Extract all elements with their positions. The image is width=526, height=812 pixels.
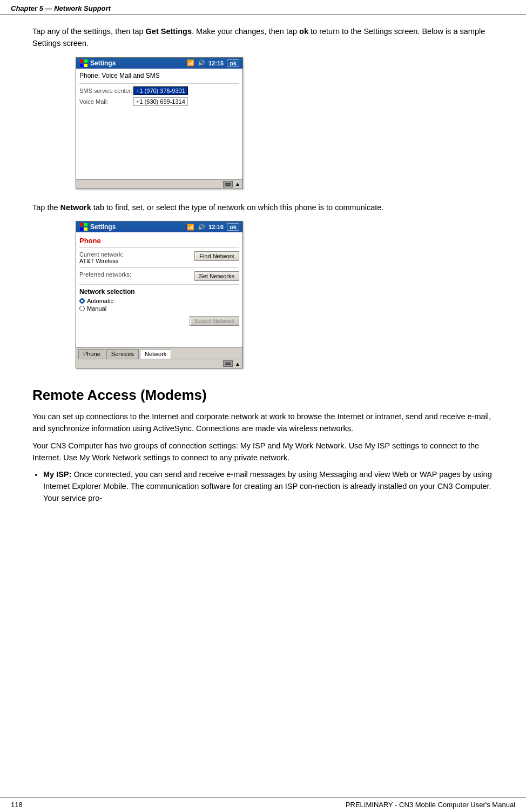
- divider-2: [79, 247, 239, 248]
- current-network-left: Current network: AT&T Wireless: [79, 251, 123, 264]
- manual-radio[interactable]: [79, 306, 85, 311]
- remote-para-1: You can set up connections to the Intern…: [32, 411, 494, 435]
- set-networks-button[interactable]: Set Networks: [194, 271, 239, 281]
- bullet-1-text: Once connected, you can send and receive…: [43, 470, 492, 502]
- preferred-networks-row: Preferred networks: Set Networks: [79, 270, 239, 283]
- screen1-bottom: ⌨ ▲: [76, 179, 242, 189]
- bullet-item-1: My ISP: Once connected, you can send and…: [43, 469, 494, 504]
- select-network-button[interactable]: Select Network: [190, 316, 239, 326]
- windows-logo-icon: [79, 59, 88, 68]
- automatic-radio[interactable]: [79, 298, 85, 304]
- titlebar-title-2: Settings: [90, 223, 116, 231]
- phone-title: Phone: [79, 234, 239, 246]
- middle-bold-network: Network: [60, 203, 91, 212]
- doc-title: PRELIMINARY - CN3 Mobile Computer User's…: [346, 801, 515, 809]
- current-network-row: Current network: AT&T Wireless Find Netw…: [79, 250, 239, 266]
- titlebar-right-2: 📶 🔊 12:16 ok: [187, 223, 239, 231]
- scroll-arrow-1: ▲: [235, 181, 240, 187]
- manual-radio-row: Manual: [79, 305, 239, 312]
- page-header: Chapter 5 — Network Support: [0, 0, 526, 15]
- sound-icon-2: 🔊: [198, 224, 205, 231]
- svg-rect-0: [80, 59, 83, 63]
- tab-phone[interactable]: Phone: [78, 349, 105, 359]
- bullet-1-intro: My ISP:: [43, 470, 73, 479]
- keyboard-icon-2: ⌨: [223, 360, 233, 367]
- network-selection-section: Network selection Automatic Manual: [79, 286, 239, 314]
- svg-rect-2: [80, 64, 83, 67]
- titlebar-title-1: Settings: [90, 59, 116, 67]
- screen1-subtitle: Phone: Voice Mail and SMS: [79, 71, 239, 82]
- svg-rect-3: [84, 64, 87, 67]
- intro-text-1: Tap any of the settings, then tap: [32, 27, 146, 36]
- select-network-row: Select Network: [79, 314, 239, 329]
- page-number: 118: [11, 801, 23, 809]
- screenshot-1: Settings 📶 🔊 12:15 ok Phone: Voice Mail …: [76, 57, 243, 189]
- sms-value: +1 (970) 376-9301: [133, 86, 188, 95]
- current-network-label: Current network:: [79, 251, 123, 258]
- screen-content-1: Phone: Voice Mail and SMS SMS service ce…: [76, 69, 242, 179]
- svg-rect-4: [80, 223, 83, 226]
- middle-text-1: Tap the: [32, 203, 60, 212]
- automatic-label: Automatic: [87, 298, 113, 304]
- titlebar-2: Settings 📶 🔊 12:16 ok: [76, 222, 242, 232]
- ok-button-2[interactable]: ok: [227, 223, 239, 231]
- empty-space-2: [79, 329, 239, 345]
- network-selection-label: Network selection: [79, 288, 239, 296]
- middle-text-1b: tab to find, set, or select the type of …: [91, 203, 384, 212]
- screen1-row-sms: SMS service center: +1 (970) 376-9301: [79, 85, 239, 96]
- automatic-radio-row: Automatic: [79, 297, 239, 305]
- windows-logo-icon-2: [79, 223, 88, 231]
- tab-bar: Phone Services Network: [76, 347, 242, 359]
- empty-space-1: [79, 107, 239, 177]
- bullet-list: My ISP: Once connected, you can send and…: [43, 469, 494, 504]
- voicemail-value: +1 (630) 699-1314: [133, 97, 188, 106]
- titlebar-left-2: Settings: [79, 223, 116, 231]
- svg-rect-5: [84, 223, 87, 226]
- device-screen-1: Settings 📶 🔊 12:15 ok Phone: Voice Mail …: [76, 57, 243, 189]
- manual-label: Manual: [87, 305, 106, 312]
- svg-rect-1: [84, 59, 87, 63]
- ok-button-1[interactable]: ok: [227, 59, 239, 67]
- remote-para-2: Your CN3 Computer has two groups of conn…: [32, 440, 494, 464]
- signal-icon-2: 📶: [187, 224, 194, 231]
- tab-network[interactable]: Network: [140, 349, 171, 359]
- intro-bold-get-settings: Get Settings: [146, 27, 192, 36]
- middle-paragraph-1: Tap the Network tab to find, set, or sel…: [32, 202, 494, 214]
- titlebar-left-1: Settings: [79, 59, 116, 68]
- find-network-button[interactable]: Find Network: [194, 251, 239, 261]
- sound-icon: 🔊: [198, 59, 205, 66]
- time-display-2: 12:16: [208, 224, 224, 230]
- sms-label: SMS service center:: [79, 88, 133, 94]
- chapter-title: Chapter 5 — Network Support: [11, 4, 111, 12]
- scroll-arrow-2: ▲: [235, 361, 240, 367]
- remote-access-title: Remote Access (Modems): [32, 387, 494, 404]
- screen2-bottom: ⌨ ▲: [76, 359, 242, 368]
- divider-1: [79, 83, 239, 84]
- titlebar-right-1: 📶 🔊 12:15 ok: [187, 59, 239, 67]
- content-area: Tap any of the settings, then tap Get Se…: [0, 15, 526, 529]
- svg-rect-7: [84, 227, 87, 231]
- intro-paragraph-1: Tap any of the settings, then tap Get Se…: [32, 26, 494, 50]
- signal-icon: 📶: [187, 59, 194, 66]
- divider-4: [79, 284, 239, 285]
- keyboard-icon-1: ⌨: [223, 181, 233, 187]
- screen-content-2: Phone Current network: AT&T Wireless Fin…: [76, 232, 242, 347]
- device-screen-2: Settings 📶 🔊 12:16 ok Phone Current netw…: [76, 221, 243, 368]
- intro-text-1b: . Make your changes, then tap: [192, 27, 299, 36]
- screen1-row-voicemail: Voice Mail: +1 (630) 699-1314: [79, 96, 239, 107]
- screenshot-2: Settings 📶 🔊 12:16 ok Phone Current netw…: [76, 221, 243, 368]
- titlebar-1: Settings 📶 🔊 12:15 ok: [76, 58, 242, 69]
- tab-services[interactable]: Services: [106, 349, 139, 359]
- page-footer: 118 PRELIMINARY - CN3 Mobile Computer Us…: [0, 797, 526, 812]
- voicemail-label: Voice Mail:: [79, 98, 133, 105]
- intro-bold-ok: ok: [299, 27, 308, 36]
- time-display-1: 12:15: [208, 60, 224, 66]
- svg-rect-6: [80, 227, 83, 231]
- current-network-value: AT&T Wireless: [79, 258, 123, 264]
- preferred-networks-label: Preferred networks:: [79, 271, 131, 278]
- divider-3: [79, 267, 239, 268]
